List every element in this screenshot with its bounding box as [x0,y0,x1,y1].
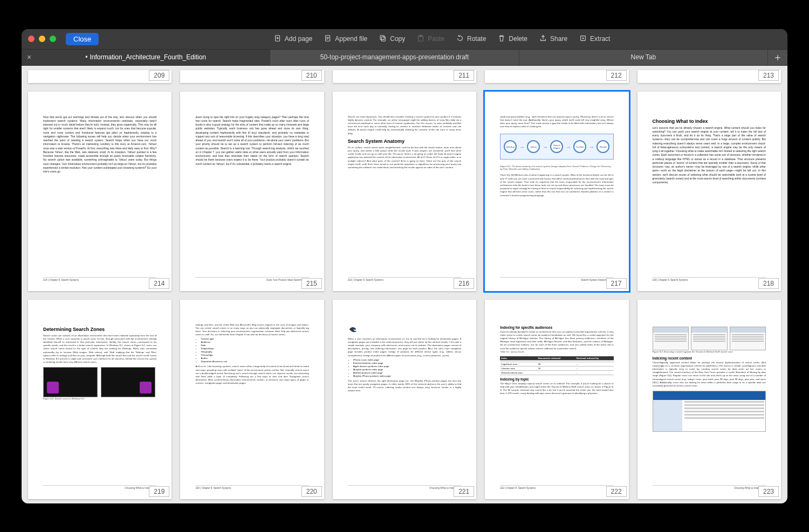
share-icon [539,34,547,44]
svg-rect-2 [382,37,386,41]
traffic-lights [28,36,56,42]
tool-paste: Paste [417,34,444,44]
toolbar: Add pageAppend fileCopyPasteRotateDelete… [103,34,781,44]
page-thumbnail-partial[interactable]: 213 [637,70,781,83]
minimize-window-icon[interactable] [39,36,45,42]
page-number-badge: 213 [758,70,779,81]
figure-caption: Figure 9-2. Search zones in Windows 8.1 [43,397,156,400]
tool-label: Share [550,35,567,43]
page-thumbnail-partial[interactable]: 211 [333,70,476,83]
tool-append-file[interactable]: Append file [324,34,367,44]
tool-rotate[interactable]: Rotate [456,34,486,44]
bullet-list: iPhone cases index pageExternal batterie… [348,358,461,377]
page-number-badge: 214 [149,278,169,289]
page-thumbnail[interactable]: down trying to spot the right link on yo… [180,92,324,291]
close-button[interactable]: Close [66,33,99,45]
page-thumbnail[interactable]: settings and files, and the entire Web (… [180,300,324,499]
tab-close-icon[interactable]: × [27,53,31,61]
page-thumbnail-partial[interactable]: 210 [180,70,324,83]
page-number-badge: 212 [606,70,627,81]
tool-label: Append file [335,35,367,43]
page-body: The Mayo Clinic employs topical search z… [500,382,613,396]
tool-label: Delete [509,35,527,43]
plus-doc-icon [274,34,282,44]
page-number-badge: 217 [606,278,627,289]
page-number-badge: 216 [454,278,474,289]
extract-icon [579,34,587,44]
page-thumbnail[interactable]: Now that we've got our warnings and thre… [28,92,172,291]
page-body: Search zones are subsets of an informati… [43,334,156,364]
thumbnail-row: Now that we've got our warnings and thre… [26,92,783,291]
tool-label: Rotate [467,35,486,43]
page-body: down trying to spot the right link on yo… [195,115,308,166]
page-body: The user's search retrieves the right de… [348,379,461,393]
tool-add-page[interactable]: Add page [274,34,312,44]
page-body: Chronologically organized content allows… [653,361,766,388]
page-body: settings and files, and the entire Web (… [195,323,308,337]
tool-extract[interactable]: Extract [579,34,610,44]
page-body: And so on. Like browsing systems, search… [195,365,308,385]
app-window: Close Add pageAppend fileCopyPasteRotate… [22,29,787,503]
thumbnail-row-partial: 209210211212213 [26,70,783,83]
copy-icon [379,34,387,44]
page-heading: Choosing What to Index [653,119,766,124]
page-body: If you've already decided to create an a… [500,330,613,350]
page-intro: ated) and query builders (e.g., spell ch… [500,115,613,129]
tool-delete[interactable]: Delete [498,34,527,44]
page-body: On its surface, search seems quite strai… [348,146,461,170]
page-number-badge: 222 [606,486,627,497]
page-number-badge: 218 [758,278,779,289]
page-number-badge: 220 [301,486,322,497]
page-thumbnail[interactable]: Search can tame dynamism. You should als… [333,92,476,291]
embedded-screenshots [43,367,156,397]
page-number-badge: 221 [454,486,474,497]
close-window-icon[interactable] [28,36,35,42]
tool-label: Add page [285,35,312,43]
page-number-badge: 211 [454,70,474,81]
page-number-badge: 215 [301,278,322,289]
tab-information-architecture[interactable]: × • Information_Architecture_Fourth_Edit… [22,50,270,65]
new-tab-button[interactable]: ＋ [768,50,787,65]
embedded-screenshots [653,327,766,350]
tab-label: 50-top-project-management-apps-presentat… [320,53,469,61]
page-thumbnail[interactable]: Indexing for specific audiences If you'v… [485,300,628,499]
page-thumbnail-partial[interactable]: 209 [28,70,172,83]
embedded-screenshot [653,391,766,432]
tab-label: Information_Architecture_Fourth_Edition [90,53,206,61]
tabbar: × • Information_Architecture_Fourth_Edit… [22,50,787,66]
figure-caption: Figure 9-1. The basic anatomy of a searc… [500,165,613,170]
page-heading: Determining Search Zones [43,327,156,332]
page-subheading: Indexing for specific audiences [500,326,613,329]
page-thumbnail[interactable]: Determining Search Zones Search zones ar… [28,300,172,499]
tool-copy[interactable]: Copy [379,34,405,44]
paste-icon [417,34,424,44]
tool-share[interactable]: Share [539,34,567,44]
append-icon [324,34,332,44]
page-body: When a user searches an information envi… [348,337,461,357]
titlebar: Close Add pageAppend fileCopyPasteRotate… [22,29,787,50]
page-heading: Search System Anatomy [348,139,461,144]
rotate-icon [456,34,464,44]
page-body: Now that we've got our warnings and thre… [43,115,156,174]
bullet-list: Content typeAudienceRoleSubject/topicGeo… [195,337,308,363]
page-thumbnail-partial[interactable]: 212 [485,70,628,83]
tab-project-management-apps[interactable]: 50-top-project-management-apps-presentat… [270,50,519,65]
page-number-badge: 223 [758,486,779,497]
page-body: Let's assume that you've already chosen … [653,126,766,185]
tab-modified-indicator: • [85,53,87,61]
zoom-window-icon[interactable] [50,36,56,42]
page-number-badge: 210 [301,70,322,81]
thumbnails-pane[interactable]: 209210211212213 Now that we've got our w… [22,66,787,503]
search-anatomy-diagram: Interface→ Query→ Search Engine→ Content… [500,134,613,160]
tab-new[interactable]: New Tab [519,50,768,65]
page-thumbnail[interactable]: Choosing What to Index Let's assume that… [637,92,781,291]
page-thumbnail[interactable]: Figure 9-3. Executing a search against t… [637,300,781,499]
tool-label: Extract [590,35,610,43]
page-thumbnail[interactable]: When a user searches an information envi… [333,300,476,499]
page-number-badge: 219 [149,486,169,497]
thumbnail-row: Determining Search Zones Search zones ar… [26,300,783,499]
results-table: IndexDocuments retrievedRetrieval reduce… [500,356,613,375]
page-thumbnail-selected[interactable]: ated) and query builders (e.g., spell ch… [485,92,628,291]
tool-label: Paste [428,35,444,43]
page-body: That's the 30,000-foot view of what's ha… [500,174,613,197]
